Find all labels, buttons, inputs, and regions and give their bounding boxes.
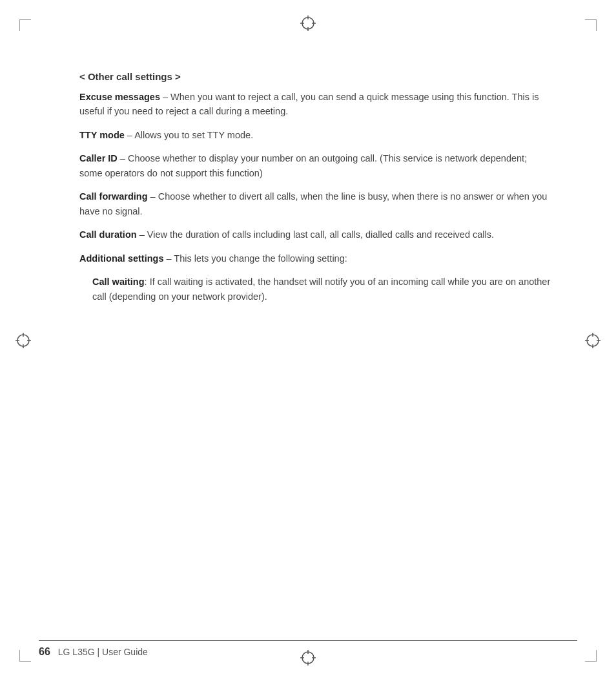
body-caller-id: Choose whether to display your number on… (79, 153, 527, 178)
paragraph-excuse-messages: Excuse messages – When you want to rejec… (79, 90, 551, 119)
separator-additional-settings: – (164, 253, 174, 264)
separator-caller-id: – (118, 153, 128, 163)
main-content: < Other call settings > Excuse messages … (79, 71, 551, 616)
body-additional-settings: This lets you change the following setti… (174, 253, 347, 264)
corner-mark-bottom-left (19, 650, 31, 662)
body-call-waiting: If call waiting is activated, the handse… (92, 277, 550, 301)
term-call-duration: Call duration (79, 229, 137, 240)
term-call-forwarding: Call forwarding (79, 191, 148, 202)
separator-excuse-messages: – (160, 92, 170, 102)
term-caller-id: Caller ID (79, 153, 118, 163)
section-title: < Other call settings > (79, 71, 551, 82)
crosshair-icon-top (299, 14, 317, 32)
corner-mark-top-left (19, 19, 31, 31)
term-excuse-messages: Excuse messages (79, 92, 160, 102)
body-call-duration: View the duration of calls including las… (147, 229, 494, 240)
paragraph-additional-settings: Additional settings – This lets you chan… (79, 251, 551, 266)
footer-text: LG L35G | User Guide (58, 647, 148, 657)
crosshair-icon-left (14, 331, 32, 350)
paragraph-call-waiting: Call waiting: If call waiting is activat… (92, 275, 551, 304)
term-call-waiting: Call waiting (92, 277, 145, 287)
page-number: 66 (39, 646, 50, 658)
paragraph-call-forwarding: Call forwarding – Choose whether to dive… (79, 189, 551, 218)
paragraph-call-duration: Call duration – View the duration of cal… (79, 227, 551, 242)
paragraph-tty-mode: TTY mode – Allows you to set TTY mode. (79, 128, 551, 142)
body-tty-mode: Allows you to set TTY mode. (134, 130, 253, 140)
separator-call-forwarding: – (148, 191, 158, 202)
page: < Other call settings > Excuse messages … (0, 0, 616, 681)
term-tty-mode: TTY mode (79, 130, 125, 140)
separator-tty-mode: – (125, 130, 134, 140)
crosshair-icon-right (584, 331, 602, 350)
term-additional-settings: Additional settings (79, 253, 164, 264)
separator-call-waiting: : (145, 277, 150, 287)
corner-mark-bottom-right (585, 650, 597, 662)
separator-call-duration: – (137, 229, 147, 240)
paragraph-caller-id: Caller ID – Choose whether to display yo… (79, 151, 551, 180)
corner-mark-top-right (585, 19, 597, 31)
footer: 66 LG L35G | User Guide (39, 640, 577, 658)
